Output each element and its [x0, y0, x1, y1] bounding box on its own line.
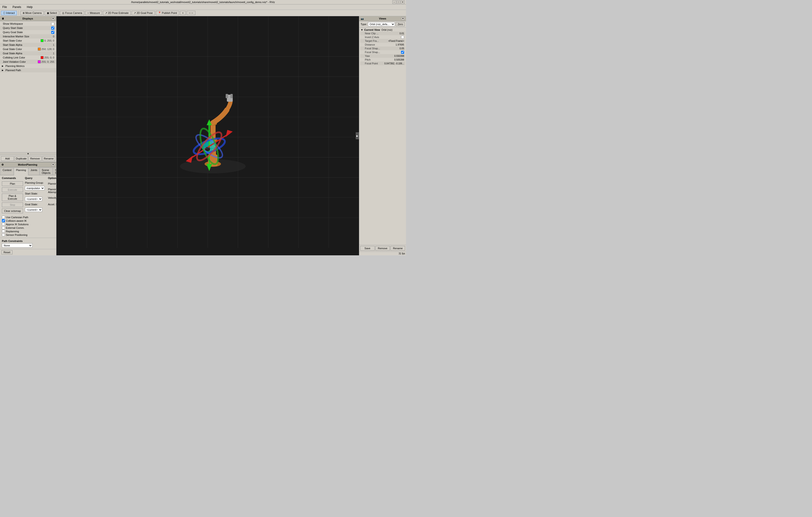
- views-icon: 📷: [360, 17, 364, 20]
- focus-camera-button[interactable]: ◎ Focus Camera: [60, 11, 84, 15]
- viewport-collapse-arrow[interactable]: ▶: [356, 132, 359, 139]
- clear-octomap-button[interactable]: Clear octomap: [2, 209, 23, 213]
- menu-file[interactable]: File: [1, 5, 8, 9]
- planning-time-label: Planning Time (s):: [48, 182, 56, 185]
- tab-joints[interactable]: Joints: [28, 168, 39, 175]
- start-color-swatch[interactable]: [41, 39, 44, 42]
- planning-group-select[interactable]: manipulator: [25, 186, 45, 190]
- views-save-button[interactable]: Save: [360, 246, 375, 251]
- joint-color-swatch[interactable]: [38, 60, 41, 63]
- fps-value: 31 fps: [399, 252, 405, 255]
- planning-attempts-label: Planning Attempts:: [48, 188, 56, 193]
- settings-button[interactable]: ─ ─: [187, 11, 195, 15]
- external-comm-checkbox[interactable]: [2, 226, 5, 229]
- reset-button[interactable]: Reset: [1, 250, 12, 254]
- views-close-button[interactable]: ✕: [401, 17, 405, 20]
- sensor-positioning-checkbox[interactable]: [2, 233, 5, 236]
- rename-button[interactable]: Rename: [42, 156, 55, 161]
- viewport[interactable]: ▶: [56, 16, 359, 255]
- query-start-checkbox[interactable]: [51, 27, 54, 30]
- expand-planning-metrics-icon[interactable]: ▶: [2, 65, 3, 67]
- query-goal-checkbox[interactable]: [51, 31, 54, 34]
- views-remove-button[interactable]: Remove: [375, 246, 390, 251]
- menu-bar: File Panels Help: [0, 4, 406, 10]
- current-view-label: Current View: [364, 28, 380, 31]
- planning-content: Commands Plan Execute Plan & Execute Sto…: [0, 175, 56, 215]
- show-workspace-checkbox[interactable]: [51, 22, 54, 25]
- approx-ik-checkbox[interactable]: [2, 223, 5, 226]
- displays-title: Displays: [22, 17, 33, 20]
- goal-state-row: Goal State:: [25, 203, 46, 206]
- velocity-scaling-row: Velocity Scaling: ▲ ▼: [48, 195, 56, 200]
- goal-state-select[interactable]: <current>: [25, 208, 42, 212]
- close-button[interactable]: ✕: [401, 0, 405, 4]
- duplicate-button[interactable]: Duplicate: [14, 156, 28, 161]
- execute-button[interactable]: Execute: [2, 187, 23, 192]
- tab-scene-objects[interactable]: Scene Objects: [40, 168, 53, 175]
- approx-ik-row: Approx IK Solutions: [2, 223, 54, 226]
- focal-shape-checkbox[interactable]: [401, 51, 404, 54]
- stop-button[interactable]: Stop: [2, 203, 23, 207]
- collision-aware-row: Collision-aware IK: [2, 219, 54, 222]
- planning-group-row: Planning Group:: [25, 181, 46, 184]
- start-state-select[interactable]: <current>: [25, 197, 42, 201]
- current-view-header: ▼ Current View Orbit (rviz): [360, 28, 405, 31]
- colliding-color-swatch[interactable]: [41, 56, 44, 59]
- add-button[interactable]: Add: [1, 156, 14, 161]
- svg-rect-27: [230, 94, 233, 98]
- use-cartesian-checkbox[interactable]: [2, 216, 5, 219]
- add-tool-button[interactable]: +: [180, 11, 186, 15]
- tab-stored-scenes[interactable]: Stored Scenes: [53, 168, 56, 175]
- plan-execute-button[interactable]: Plan & Execute: [2, 193, 23, 201]
- views-type-select[interactable]: Orbit (rviz_defa...: [368, 22, 395, 26]
- collision-aware-label: Collision-aware IK: [6, 219, 27, 222]
- views-panel: 📷 Views ✕ Type: Orbit (rviz_defa... Zero…: [359, 16, 406, 255]
- svg-marker-38: [226, 130, 233, 137]
- checkboxes-section: Use Cartesian Path Collision-aware IK Ap…: [0, 215, 56, 238]
- measure-icon: ─: [87, 11, 89, 14]
- collision-aware-checkbox[interactable]: [2, 219, 5, 222]
- interact-button[interactable]: ⬡ Interact: [1, 11, 17, 15]
- invert-z-checkbox[interactable]: [401, 36, 404, 39]
- motion-planning-close-button[interactable]: ✕: [52, 163, 55, 166]
- motion-planning-title: MotionPlanning: [18, 163, 37, 166]
- remove-button[interactable]: Remove: [28, 156, 41, 161]
- goal-pose-button[interactable]: ↗ 2D Goal Pose: [132, 11, 155, 15]
- display-row-goal-alpha: Goal State Alpha 1: [0, 51, 56, 55]
- goal-color-swatch[interactable]: [38, 48, 41, 51]
- tab-context[interactable]: Context: [0, 168, 13, 175]
- window-controls: ─ □ ✕: [393, 0, 405, 4]
- expand-current-view-icon[interactable]: ▼: [360, 28, 363, 31]
- expand-planned-path-icon[interactable]: ▶: [2, 69, 3, 71]
- replanning-checkbox[interactable]: [2, 230, 5, 233]
- tab-planning[interactable]: Planning: [14, 168, 28, 175]
- publish-point-button[interactable]: 📍 Publish Point: [156, 11, 179, 15]
- path-constraints-select[interactable]: None: [2, 243, 32, 248]
- view-focal-point: Focal Point 0.047392; -0.106...: [360, 62, 405, 65]
- menu-help[interactable]: Help: [25, 5, 34, 9]
- main-layout: 🖥 Displays ✕ Show Workspace Query Start …: [0, 16, 406, 255]
- move-camera-button[interactable]: ⊕ Move Camera: [21, 11, 44, 15]
- menu-panels[interactable]: Panels: [11, 5, 23, 9]
- views-zero-button[interactable]: Zero: [396, 22, 405, 26]
- view-focal-shape2: Focal Shap...: [360, 50, 405, 54]
- options-column: Options Planning Time (s): ▲ ▼ Planning: [48, 177, 56, 213]
- use-cartesian-row: Use Cartesian Path: [2, 216, 54, 219]
- pose-estimate-button[interactable]: ↗ 2D Pose Estimate: [103, 11, 131, 15]
- plan-button[interactable]: Plan: [2, 181, 23, 186]
- planning-group-label: Planning Group:: [25, 181, 46, 184]
- scroll-down-arrow[interactable]: ▼: [0, 152, 56, 155]
- window-title: /home/parallels/moveit2_tutorials_ws/ins…: [131, 1, 275, 3]
- displays-close-button[interactable]: ✕: [52, 17, 55, 20]
- path-constraints-row: None: [2, 243, 54, 248]
- start-state-label: Start State:: [25, 192, 46, 195]
- goal-state-label: Goal State:: [25, 203, 46, 206]
- select-button[interactable]: ▣ Select: [45, 11, 59, 15]
- measure-button[interactable]: ─ Measure: [85, 11, 102, 15]
- maximize-button[interactable]: □: [397, 0, 400, 4]
- view-pitch: Pitch 0.505398: [360, 58, 405, 62]
- sensor-positioning-row: Sensor Positioning: [2, 233, 54, 236]
- focus-icon: ◎: [62, 11, 64, 14]
- minimize-button[interactable]: ─: [393, 0, 396, 4]
- views-rename-button[interactable]: Rename: [390, 246, 405, 251]
